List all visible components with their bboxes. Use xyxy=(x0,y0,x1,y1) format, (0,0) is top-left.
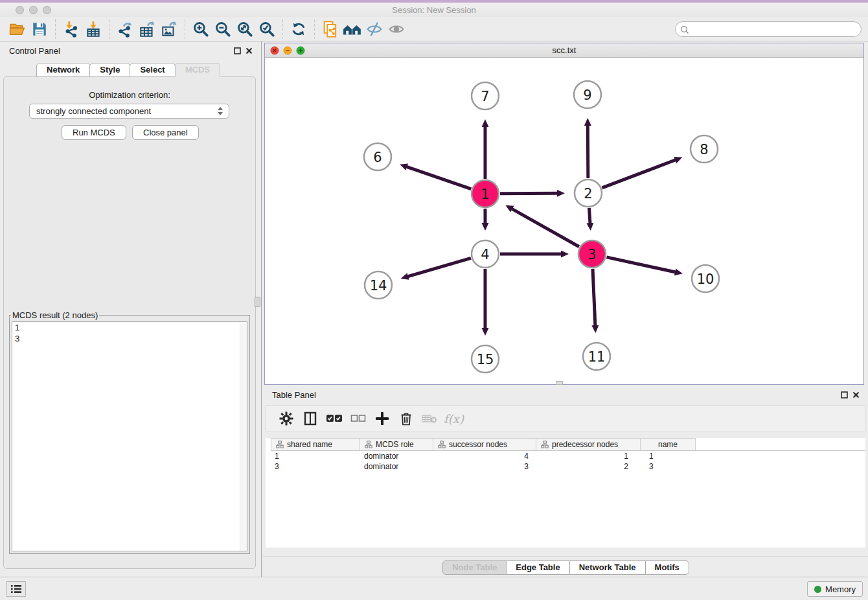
zoom-out-icon[interactable] xyxy=(212,19,234,40)
graph-edge-1-6[interactable] xyxy=(405,167,472,189)
column-header-shared-name[interactable]: shared name xyxy=(271,438,360,450)
control-panel: Control Panel NetworkStyleSelectMCDS Opt… xyxy=(0,41,261,577)
search-field xyxy=(675,21,862,37)
graph-node-7[interactable]: 7 xyxy=(472,82,499,110)
graph-edge-2-8[interactable] xyxy=(602,159,677,188)
search-input[interactable] xyxy=(691,23,853,36)
cell-successor-nodes[interactable]: 3 xyxy=(434,461,538,472)
table-toolbar: f(x) xyxy=(266,405,865,432)
cell-predecessor-nodes[interactable]: 1 xyxy=(538,451,643,461)
close-panel-icon[interactable] xyxy=(245,47,253,55)
criterion-dropdown[interactable]: strongly connected component xyxy=(29,104,229,119)
result-scrollbar[interactable] xyxy=(240,322,247,551)
chevron-down-icon xyxy=(218,112,223,115)
save-session-icon[interactable] xyxy=(29,19,51,40)
graph-edge-3-11[interactable] xyxy=(593,269,595,327)
criterion-value: strongly connected component xyxy=(36,106,151,116)
memory-button[interactable]: Memory xyxy=(807,581,863,597)
close-panel-button[interactable]: Close panel xyxy=(132,125,199,140)
graph-node-1[interactable]: 1 xyxy=(472,180,499,207)
tab-motifs[interactable]: Motifs xyxy=(645,560,689,575)
deselect-all-columns-icon[interactable] xyxy=(346,408,370,430)
svg-text:3: 3 xyxy=(588,247,596,262)
export-image-icon[interactable] xyxy=(158,19,180,40)
panel-divider[interactable] xyxy=(261,41,262,577)
graph-node-14[interactable]: 14 xyxy=(365,271,392,299)
network-from-selection-icon[interactable] xyxy=(319,19,341,40)
graph-edge-2-3[interactable] xyxy=(589,208,590,225)
cell-MCDS-role[interactable]: dominator xyxy=(360,461,434,472)
export-table-icon[interactable] xyxy=(136,19,158,40)
cell-name[interactable]: 1 xyxy=(643,451,698,461)
mcds-result-area[interactable]: 13 xyxy=(12,321,247,551)
column-header-successor-nodes[interactable]: successor nodes xyxy=(433,438,536,450)
tab-style[interactable]: Style xyxy=(89,63,130,77)
cell-shared-name[interactable]: 1 xyxy=(271,451,360,461)
column-label: shared name xyxy=(287,440,332,449)
tab-network-table[interactable]: Network Table xyxy=(569,560,646,575)
graph-node-4[interactable]: 4 xyxy=(472,240,499,268)
graph-node-6[interactable]: 6 xyxy=(364,143,391,170)
tab-mcds[interactable]: MCDS xyxy=(175,63,220,77)
tab-edge-table[interactable]: Edge Table xyxy=(506,560,569,575)
hide-selected-icon[interactable] xyxy=(363,19,385,40)
delete-table-icon[interactable] xyxy=(418,408,442,430)
graph-node-9[interactable]: 9 xyxy=(574,81,601,108)
table-row[interactable]: 1dominator411 xyxy=(271,451,865,461)
column-header-predecessor-nodes[interactable]: predecessor nodes xyxy=(536,438,641,450)
cell-shared-name[interactable]: 3 xyxy=(271,461,360,472)
first-neighbors-icon[interactable] xyxy=(341,19,363,40)
show-panels-button[interactable] xyxy=(6,581,26,597)
cell-successor-nodes[interactable]: 4 xyxy=(434,451,538,461)
zoom-in-icon[interactable] xyxy=(190,19,212,40)
import-table-icon[interactable] xyxy=(82,19,104,40)
table-body: 1dominator4113dominator323 xyxy=(266,451,865,472)
run-mcds-button[interactable]: Run MCDS xyxy=(62,125,126,140)
close-table-panel-icon[interactable] xyxy=(852,391,860,399)
cell-MCDS-role[interactable]: dominator xyxy=(360,451,434,461)
panel-divider-handle[interactable] xyxy=(255,297,260,307)
control-panel-tabs: NetworkStyleSelectMCDS xyxy=(0,63,256,77)
table-row[interactable]: 3dominator323 xyxy=(271,461,865,472)
export-network-icon[interactable] xyxy=(114,19,136,40)
table-tabs: Node TableEdge TableNetwork TableMotifs xyxy=(263,560,868,575)
cell-predecessor-nodes[interactable]: 2 xyxy=(538,461,643,472)
graph-node-2[interactable]: 2 xyxy=(575,179,602,207)
float-panel-icon[interactable] xyxy=(233,47,242,55)
graph-node-10[interactable]: 10 xyxy=(692,265,719,292)
zoom-selected-icon[interactable] xyxy=(256,19,278,40)
graph-edge-3-10[interactable] xyxy=(606,257,677,273)
delete-columns-icon[interactable] xyxy=(394,408,418,430)
tab-node-table[interactable]: Node Table xyxy=(442,560,507,575)
graph-node-8[interactable]: 8 xyxy=(691,135,718,163)
graph-node-11[interactable]: 11 xyxy=(583,343,610,370)
open-session-icon[interactable] xyxy=(6,19,29,40)
zoom-fit-icon[interactable] xyxy=(234,19,256,40)
graph-edge-1-2[interactable] xyxy=(500,193,559,194)
split-pane-handle[interactable] xyxy=(556,381,563,385)
graph-edge-3-1[interactable] xyxy=(510,208,579,247)
graph-edge-2-9[interactable] xyxy=(588,124,588,178)
mcds-result-lines: 13 xyxy=(12,322,247,344)
network-window-titlebar: scc.txt xyxy=(265,43,863,58)
apply-layout-icon[interactable] xyxy=(288,19,310,40)
memory-label: Memory xyxy=(825,584,856,594)
column-header-MCDS-role[interactable]: MCDS role xyxy=(360,438,433,450)
network-canvas[interactable]: 1234678910111415 xyxy=(265,58,863,384)
graph-node-15[interactable]: 15 xyxy=(472,345,499,373)
show-columns-icon[interactable] xyxy=(298,408,322,430)
tab-select[interactable]: Select xyxy=(130,63,175,77)
table-panel-title: Table Panel xyxy=(272,390,316,400)
show-all-icon[interactable] xyxy=(385,19,407,40)
table-settings-icon[interactable] xyxy=(274,408,298,430)
float-table-panel-icon[interactable] xyxy=(840,391,849,399)
import-network-icon[interactable] xyxy=(60,19,82,40)
function-builder-icon[interactable]: f(x) xyxy=(442,408,466,430)
graph-edge-4-14[interactable] xyxy=(406,258,471,277)
cell-name[interactable]: 3 xyxy=(643,461,698,472)
tab-network[interactable]: Network xyxy=(36,63,90,77)
select-all-columns-icon[interactable] xyxy=(322,408,346,430)
graph-node-3[interactable]: 3 xyxy=(578,240,606,268)
create-column-icon[interactable] xyxy=(370,408,394,430)
column-header-name[interactable]: name xyxy=(640,438,696,450)
